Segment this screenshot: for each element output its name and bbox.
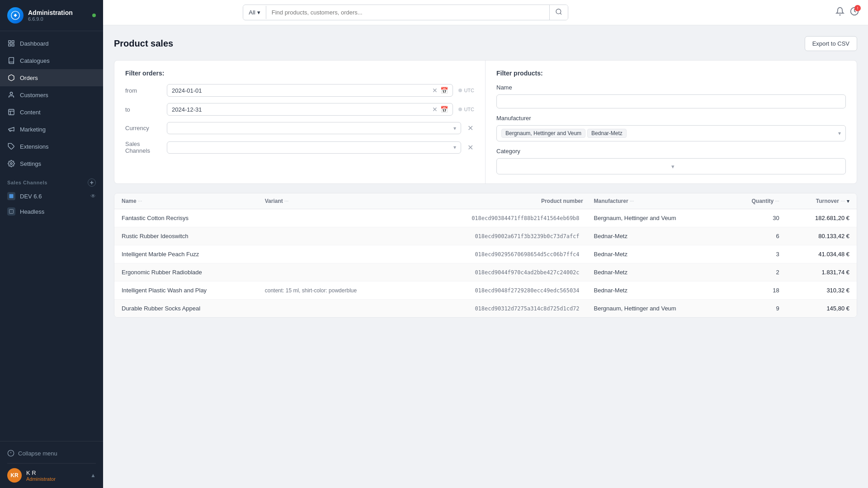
cell-quantity-4: 18 bbox=[726, 282, 787, 300]
from-date-clear[interactable]: ✕ bbox=[432, 87, 438, 94]
to-date-clear[interactable]: ✕ bbox=[432, 106, 438, 113]
channel-actions-dev66: 👁 bbox=[90, 193, 96, 199]
recent-activity-button[interactable]: ! bbox=[850, 7, 859, 18]
collapse-menu-button[interactable]: Collapse menu bbox=[7, 447, 96, 460]
export-csv-button[interactable]: Export to CSV bbox=[805, 36, 857, 51]
to-date-calendar[interactable]: 📅 bbox=[440, 106, 448, 113]
global-search: All ▾ bbox=[243, 5, 568, 20]
currency-clear-button[interactable]: ✕ bbox=[467, 123, 474, 133]
cell-variant-1 bbox=[258, 227, 411, 245]
user-name: K R bbox=[26, 469, 86, 476]
box-icon bbox=[7, 74, 15, 82]
sidebar-item-customers[interactable]: Customers bbox=[0, 86, 103, 103]
manufacturer-tag-0: Bergnaum, Hettinger and Veum bbox=[501, 129, 585, 138]
from-date-input[interactable]: ✕ 📅 bbox=[167, 84, 453, 97]
user-area: KR K R Administrator ▲ bbox=[7, 463, 96, 483]
currency-select-input[interactable] bbox=[172, 125, 453, 131]
cell-turnover-3: 1.831,74 € bbox=[787, 263, 857, 282]
name-filter-label: Name bbox=[496, 84, 846, 91]
to-date-input[interactable]: ✕ 📅 bbox=[167, 103, 453, 116]
channel-visibility-btn[interactable]: 👁 bbox=[90, 193, 96, 199]
product-name-input[interactable] bbox=[496, 94, 846, 108]
user-icon bbox=[7, 91, 15, 99]
channel-item-headless[interactable]: Headless bbox=[0, 204, 103, 219]
col-variant: Variant ··· bbox=[258, 193, 411, 209]
cell-quantity-1: 6 bbox=[726, 227, 787, 245]
sales-channel-chevron: ▾ bbox=[453, 144, 456, 150]
sales-channel-select-input[interactable] bbox=[172, 144, 453, 151]
book-icon bbox=[7, 56, 15, 65]
topbar: All ▾ ! bbox=[103, 0, 868, 25]
svg-point-5 bbox=[10, 92, 12, 94]
col-quantity: Quantity ··· bbox=[726, 193, 787, 209]
to-date-field[interactable] bbox=[172, 106, 429, 113]
to-utc-badge: UTC bbox=[458, 107, 474, 112]
manufacturer-chevron: ▾ bbox=[838, 130, 841, 136]
sales-channels-section: Sales Channels + bbox=[0, 172, 103, 188]
table-row: Durable Rubber Socks Appeal 018ecd90312d… bbox=[114, 300, 857, 318]
cell-manufacturer-0: Bergnaum, Hettinger and Veum bbox=[587, 209, 726, 227]
col-manufacturer-sort[interactable]: ··· bbox=[630, 198, 634, 204]
filter-sales-channel-row: Sales Channels ▾ ✕ bbox=[125, 141, 474, 154]
page-content: Product sales Export to CSV Filter order… bbox=[103, 25, 868, 488]
sidebar-item-settings[interactable]: Settings bbox=[0, 155, 103, 172]
sidebar-label-settings: Settings bbox=[20, 160, 41, 167]
search-submit-button[interactable] bbox=[549, 5, 568, 20]
sidebar-item-orders[interactable]: Orders bbox=[0, 69, 103, 86]
table-row: Fantastic Cotton Recrisys 018ecd90384471… bbox=[114, 209, 857, 227]
svg-rect-1 bbox=[9, 41, 11, 43]
cell-variant-5 bbox=[258, 300, 411, 318]
cell-variant-4: content: 15 ml, shirt-color: powderblue bbox=[258, 282, 411, 300]
sidebar-item-dashboard[interactable]: Dashboard bbox=[0, 35, 103, 52]
sales-channel-select[interactable]: ▾ bbox=[167, 141, 461, 154]
category-chevron: ▾ bbox=[671, 163, 841, 170]
currency-select[interactable]: ▾ bbox=[167, 122, 461, 134]
product-sales-table: Name ··· Variant ··· Product number Manu… bbox=[114, 193, 857, 318]
filter-orders-title: Filter orders: bbox=[125, 70, 474, 77]
sidebar-item-extensions[interactable]: Extensions bbox=[0, 138, 103, 155]
cell-product-number-2: 018ecd90295670698654d5cc06b7ffc4 bbox=[410, 245, 586, 263]
col-variant-sort[interactable]: ··· bbox=[284, 198, 288, 204]
cell-name-1: Rustic Rubber Ideoswitch bbox=[114, 227, 258, 245]
sidebar-item-catalogues[interactable]: Catalogues bbox=[0, 52, 103, 69]
sidebar-item-marketing[interactable]: Marketing bbox=[0, 121, 103, 138]
sidebar-item-content[interactable]: Content bbox=[0, 103, 103, 121]
cell-manufacturer-1: Bednar-Metz bbox=[587, 227, 726, 245]
from-date-calendar[interactable]: 📅 bbox=[440, 87, 448, 94]
channel-item-dev66[interactable]: DEV 6.6 👁 bbox=[0, 188, 103, 204]
sidebar-label-orders: Orders bbox=[20, 75, 38, 81]
activity-badge: ! bbox=[854, 5, 861, 11]
col-product-number: Product number bbox=[410, 193, 586, 209]
col-quantity-sort[interactable]: ··· bbox=[775, 198, 779, 204]
add-channel-button[interactable]: + bbox=[88, 178, 96, 187]
table-header-row: Name ··· Variant ··· Product number Manu… bbox=[114, 193, 857, 209]
app-version: 6.6.9.0 bbox=[28, 16, 73, 22]
cell-name-0: Fantastic Cotton Recrisys bbox=[114, 209, 258, 227]
sales-channel-clear-button[interactable]: ✕ bbox=[467, 142, 474, 153]
search-input[interactable] bbox=[266, 6, 550, 19]
manufacturer-filter-field[interactable]: Bergnaum, Hettinger and Veum Bednar-Metz… bbox=[496, 125, 846, 141]
from-date-field[interactable] bbox=[172, 87, 429, 94]
col-turnover-sort[interactable]: ··· bbox=[841, 198, 845, 204]
filter-products-title: Filter products: bbox=[496, 70, 846, 77]
sidebar-label-extensions: Extensions bbox=[20, 143, 49, 150]
cell-name-2: Intelligent Marble Peach Fuzz bbox=[114, 245, 258, 263]
cell-variant-3 bbox=[258, 263, 411, 282]
filters-section: Filter orders: from ✕ 📅 UTC to bbox=[114, 60, 857, 184]
search-type-button[interactable]: All ▾ bbox=[243, 6, 266, 19]
cell-variant-0 bbox=[258, 209, 411, 227]
user-role: Administrator bbox=[26, 476, 86, 482]
col-name: Name ··· bbox=[114, 193, 258, 209]
col-turnover: Turnover ··· ▾ bbox=[787, 193, 857, 209]
col-turnover-order[interactable]: ▾ bbox=[847, 198, 849, 204]
cell-manufacturer-3: Bednar-Metz bbox=[587, 263, 726, 282]
cell-turnover-4: 310,32 € bbox=[787, 282, 857, 300]
user-menu-chevron[interactable]: ▲ bbox=[90, 472, 96, 479]
sales-channel-label: Sales Channels bbox=[125, 141, 161, 154]
grid-icon bbox=[7, 39, 15, 47]
notifications-button[interactable] bbox=[835, 7, 844, 18]
col-name-sort[interactable]: ··· bbox=[138, 198, 142, 204]
svg-point-14 bbox=[556, 9, 561, 14]
table-row: Ergonomic Rubber Radioblade 018ecd9044f9… bbox=[114, 263, 857, 282]
category-select[interactable]: ▾ bbox=[496, 158, 846, 174]
